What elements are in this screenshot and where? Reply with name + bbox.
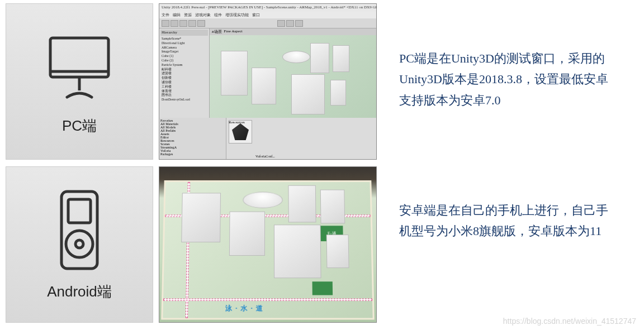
android-label: Android端 [47,282,112,302]
menu-item[interactable]: 增强现实功能 [225,12,249,18]
hierarchy-panel[interactable]: Hierarchy SampleScene* Directional Light… [159,28,210,118]
row-pc: PC端 Unity 2018.4.22f1 Personal - [PREVIE… [0,0,644,163]
scene-tabs: #场景 Free Aspect [210,28,376,35]
rect-tool-button[interactable] [197,20,205,27]
unity-project-area: Favorites All Materials All Models All P… [159,118,376,160]
ar-map-frame: E-通 泳·水·道 [161,180,375,319]
unity-toolbar [159,18,376,28]
svg-rect-4 [68,199,91,223]
hierarchy-item[interactable]: 诚信楼 [160,80,208,85]
pc-label: PC端 [62,116,97,136]
building-cube [221,51,248,95]
map-bottom-text: 泳·水·道 [225,304,266,313]
hierarchy-item[interactable]: Particle System [160,63,208,68]
monitor-icon [40,28,119,106]
unity-titlebar: Unity 2018.4.22f1 Personal - [PREVIEW PA… [159,4,376,12]
ipod-icon [46,188,113,272]
hierarchy-item[interactable]: 献科楼 [160,68,208,72]
hierarchy-item[interactable]: 工科楼 [160,85,208,89]
rotate-tool-button[interactable] [179,20,187,27]
scene-tab[interactable]: #场景 [212,29,222,35]
menu-item[interactable]: 游戏对象 [195,12,211,18]
menu-item[interactable]: 文件 [162,12,169,18]
ar-building [326,235,349,268]
project-panel[interactable]: Favorites All Materials All Models All P… [159,118,226,160]
pc-description: PC端是在Unity3D的测试窗口，采用的Unity3D版本是2018.3.8，… [382,3,638,160]
hierarchy-item[interactable]: 体育馆 [160,89,208,94]
svg-point-5 [66,231,93,257]
svg-point-6 [75,240,83,248]
map-green-block [312,281,333,295]
ar-building [274,224,321,278]
ar-building [320,190,345,224]
scale-tool-button[interactable] [188,20,196,27]
hierarchy-item[interactable]: Directional Light [160,41,208,46]
building-cube [330,80,346,106]
asset-label: VuforiaConf... [255,155,275,158]
ar-building [181,193,221,242]
pc-icon-box: PC端 [6,3,153,160]
android-icon-box: Android端 [6,166,153,323]
hierarchy-tab[interactable]: Hierarchy [160,30,208,36]
hierarchy-item[interactable]: Cube (2) [160,59,208,63]
menu-item[interactable]: 资源 [184,12,192,18]
hierarchy-item[interactable]: 图书坊 [160,93,208,98]
pause-button[interactable] [286,20,294,27]
move-tool-button[interactable] [171,20,178,27]
building-cube [333,45,349,72]
android-photo: E-通 泳·水·道 [159,167,376,322]
android-description: 安卓端是在自己的手机上进行，自己手机型号为小米8旗舰版，安卓版本为11 [382,166,638,323]
project-item[interactable]: Packages [160,152,225,156]
android-screenshot: E-通 泳·水·道 [159,166,377,323]
building-cube [291,74,325,114]
hand-tool-button[interactable] [162,20,169,27]
unity-screenshot: Unity 2018.4.22f1 Personal - [PREVIEW PA… [159,3,377,160]
menu-item[interactable]: 窗口 [252,12,260,18]
hierarchy-item[interactable]: 创新楼 [160,76,208,80]
menu-item[interactable]: 编辑 [173,12,181,18]
ar-building [229,212,265,256]
ar-cylinder [243,192,282,208]
menu-item[interactable]: 组件 [214,12,222,18]
assets-panel[interactable]: Resources VuforiaConf... [226,118,376,160]
aspect-dropdown[interactable]: Free Aspect [224,29,243,35]
building-cube [310,43,329,73]
ar-building [288,185,316,223]
hierarchy-item[interactable]: 进贤楼 [160,71,208,76]
hierarchy-item[interactable]: ImageTarget [160,50,208,54]
watermark: https://blog.csdn.net/weixin_41512747 [503,317,636,326]
building-cube [252,68,276,104]
asset-folder-label: Resources [229,120,245,125]
scene-view[interactable]: #场景 Free Aspect [210,28,376,118]
hierarchy-item[interactable]: ARCamera [160,46,208,50]
unity-body: Hierarchy SampleScene* Directional Light… [159,28,376,118]
unity-menubar: 文件 编辑 资源 游戏对象 组件 增强现实功能 窗口 [159,12,376,18]
hierarchy-item[interactable]: Cube (1) [160,54,208,59]
play-button[interactable] [277,20,285,27]
vuforia-icon [232,123,249,140]
building-cylinder [282,51,310,63]
step-button[interactable] [295,20,303,27]
hierarchy-item[interactable]: SampleScene* [160,37,208,41]
hierarchy-item[interactable]: DontDestroyOnLoad [160,98,208,102]
row-android: Android端 E-通 泳·水·道 安卓端是在自己的手机上进行，自己手机型号 [0,163,644,326]
